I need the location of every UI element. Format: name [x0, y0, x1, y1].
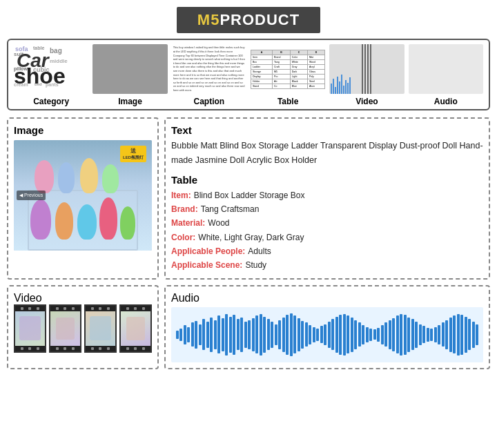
table-val-item: Blind Box Ladder Storage Box: [194, 188, 305, 202]
wave-bar: [419, 324, 422, 345]
wave-bar: [351, 318, 353, 352]
wave-bar: [222, 318, 224, 351]
audio-thumb: [409, 44, 483, 94]
wave-bar: [214, 320, 217, 349]
wave-bar: [206, 322, 209, 348]
wave-bar: [411, 319, 414, 350]
wave-bar: [465, 317, 467, 353]
wave-bar: [392, 318, 395, 351]
wave-bar: [369, 329, 372, 341]
wave-bar: [252, 318, 255, 351]
wave-bar: [271, 322, 273, 348]
table-key-people: Applicable People:: [171, 244, 245, 258]
wave-bar: [313, 327, 315, 342]
wave-bar: [309, 325, 311, 344]
table-val-people: Adults: [248, 244, 271, 258]
wave-bar: [396, 315, 399, 353]
wave-bar: [438, 325, 440, 344]
video-frame-2: [49, 304, 81, 353]
table-row-people: Applicable People: Adults: [171, 244, 483, 258]
title-bar: M5PRODUCT: [177, 7, 320, 33]
table-row-item: Item: Blind Box Ladder Storage Box: [171, 188, 483, 202]
wave-bar: [354, 320, 357, 349]
table-row-scene: Applicable Scene: Study: [171, 258, 483, 272]
video-label: Video: [355, 97, 378, 106]
video-panel: Video: [7, 285, 159, 369]
image-nav-prev[interactable]: ◀ Previous: [17, 191, 46, 200]
wave-bar: [244, 322, 247, 348]
wave-bar: [176, 331, 179, 339]
wave-bar: [389, 320, 391, 349]
text-section-title: Text: [171, 124, 483, 136]
wave-bar: [233, 315, 235, 355]
image-label: Image: [118, 97, 142, 106]
wave-bar: [275, 324, 277, 345]
image-panel: Image 送 LED氛围灯: [7, 117, 159, 280]
wave-bar: [278, 320, 281, 349]
wave-bar: [343, 314, 346, 356]
wave-bar: [430, 329, 433, 341]
wave-bar: [358, 322, 361, 347]
category-thumb: sofa table suit Car bag middle pillow cu…: [14, 44, 88, 94]
table-key-brand: Brand:: [171, 202, 198, 216]
video-frame-3: [84, 304, 117, 353]
badge-line1: 送: [123, 147, 144, 155]
wave-bar: [366, 327, 369, 342]
table-section-title: Table: [171, 174, 483, 186]
modalities-container: sofa table suit Car bag middle pillow cu…: [7, 39, 490, 110]
wave-bar: [248, 320, 251, 349]
text-tags: Bubble Matt Blind Box Storage Ladder Tra…: [171, 139, 483, 168]
wave-bar: [263, 317, 266, 353]
category-label: Category: [33, 97, 69, 106]
table-key-scene: Applicable Scene:: [171, 258, 242, 272]
wave-bar: [187, 327, 190, 342]
wave-bar: [468, 319, 471, 350]
wave-bar: [179, 329, 182, 341]
table-key-item: Item:: [171, 188, 191, 202]
table-row-color: Color: White, Light Gray, Dark Gray: [171, 231, 483, 244]
video-frames: [14, 304, 152, 353]
wave-bar: [202, 319, 205, 350]
table-row-brand: Brand: Tang Craftsman: [171, 202, 483, 216]
modality-image: Image: [92, 44, 167, 106]
table-val-color: White, Light Gray, Dark Gray: [198, 231, 304, 244]
wave-bar: [422, 326, 425, 343]
caption-label: Caption: [193, 97, 224, 106]
wave-bar: [316, 329, 319, 341]
table-key-color: Color:: [171, 231, 195, 244]
wave-bar: [400, 314, 402, 356]
modality-caption: This buy window I asked big and then lit…: [172, 44, 246, 106]
wave-bar: [240, 318, 243, 352]
modality-table: ABCD ItemBrandColorMat BoxTangWhiteWood …: [251, 44, 325, 106]
wave-bar: [305, 322, 308, 347]
wave-bar: [298, 318, 300, 351]
wave-bar: [286, 315, 289, 355]
toy-shelf-image: 送 LED氛围灯 ◀ Previous: [14, 140, 152, 251]
table-section: Table Item: Blind Box Ladder Storage Box…: [171, 174, 483, 273]
wave-bar: [229, 317, 232, 353]
wave-bar: [255, 315, 258, 353]
wave-bar: [415, 322, 418, 348]
wave-bar: [293, 315, 296, 353]
wave-bar: [225, 314, 228, 356]
wave-bar: [449, 318, 452, 352]
modality-audio: Audio: [409, 44, 483, 106]
wave-bar: [472, 322, 475, 348]
wave-bar: [445, 320, 448, 349]
wave-bar: [460, 315, 463, 355]
table-row-material: Material: Wood: [171, 216, 483, 230]
table-val-material: Wood: [208, 216, 229, 230]
video-panel-title: Video: [14, 292, 152, 304]
table-val-scene: Study: [245, 258, 266, 272]
wave-bar: [347, 315, 349, 353]
wave-bar: [335, 317, 338, 353]
wave-bar: [199, 324, 202, 345]
title-product: PRODUCT: [220, 11, 300, 28]
text-table-panel: Text Bubble Matt Blind Box Storage Ladde…: [164, 117, 490, 280]
wave-bar: [267, 319, 270, 350]
table-thumb: ABCD ItemBrandColorMat BoxTangWhiteWood …: [251, 44, 325, 94]
wave-bar: [324, 324, 327, 345]
video-frame-1: [14, 304, 46, 353]
wave-bar: [427, 328, 429, 342]
image-panel-title: Image: [14, 124, 152, 136]
